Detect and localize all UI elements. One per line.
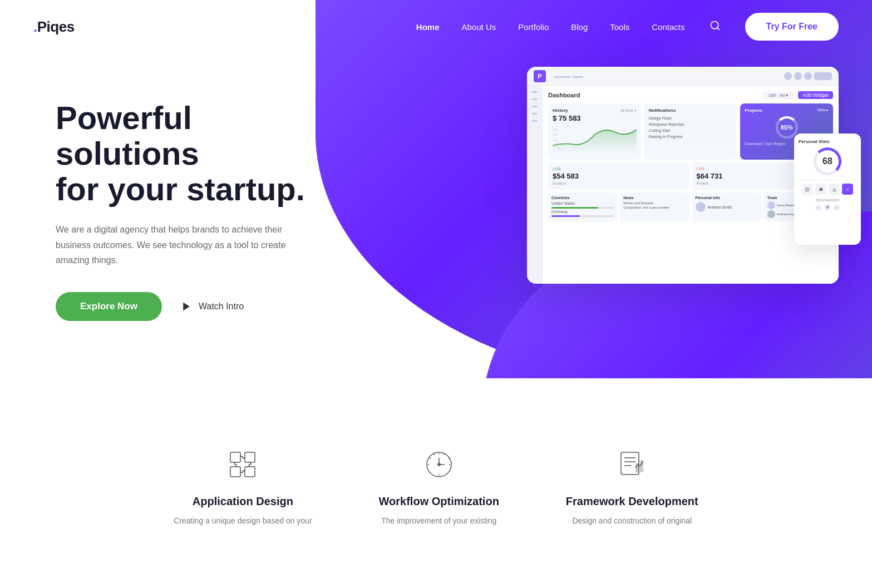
- add-widget-button[interactable]: Add Widget: [798, 91, 833, 99]
- mockup-logo: P: [534, 70, 546, 82]
- nav-blog[interactable]: Blog: [571, 22, 588, 32]
- framework-icon: [613, 445, 652, 484]
- personal-info-card: Personal Info Andrew Smith: [692, 192, 761, 221]
- features-section: Application Design Creating a unique des…: [0, 412, 872, 549]
- svg-rect-7: [230, 452, 240, 462]
- hero-description: We are a digital agency that helps brand…: [56, 222, 289, 268]
- site-header: .Piqes Home About Us Portfolio Blog Tool…: [0, 0, 872, 53]
- workflow-title: Workflow Optimization: [379, 495, 499, 508]
- feature-app-design: Application Design Creating a unique des…: [174, 445, 312, 527]
- history-chart: 90k 80k 70k 60k: [553, 123, 637, 154]
- nav-tools[interactable]: Tools: [610, 22, 629, 32]
- countries-card: Countries United States Germany: [548, 192, 617, 221]
- stats-icons: ◫ ⊞ △ ✓: [799, 184, 856, 195]
- feature-framework: Framework Development Design and constru…: [566, 445, 698, 527]
- floating-stats-card: Personal Stats 68 ◫ ⊞ △ ✓ Development ← …: [794, 134, 861, 245]
- workflow-desc: The improvement of your existing: [379, 515, 499, 527]
- dashboard-mockup: P Dashboard 100 - 90 ▾: [527, 67, 839, 284]
- svg-marker-2: [183, 302, 190, 310]
- app-design-icon: [223, 445, 262, 484]
- mockup-sidebar: [527, 86, 543, 284]
- workflow-icon: [420, 445, 459, 484]
- icon-box-1: ◫: [802, 184, 813, 195]
- app-design-desc: Creating a unique design based on your: [174, 515, 312, 527]
- nav-about[interactable]: About Us: [462, 22, 496, 32]
- stat1-card: LIVE $54 583 location: [548, 162, 689, 190]
- icon-box-4: ✓: [842, 184, 853, 195]
- svg-line-22: [444, 454, 444, 455]
- notif-1: Design Fixed: [649, 115, 733, 121]
- svg-text:90k: 90k: [553, 128, 558, 131]
- nav-home[interactable]: Home: [416, 22, 440, 32]
- hero-title: Powerful solutions for your startup.: [56, 100, 334, 206]
- notif-3: Coding Start: [649, 127, 733, 134]
- app-design-title: Application Design: [174, 495, 312, 508]
- svg-line-1: [717, 27, 719, 29]
- notifications-card: Notifications Design Fixed Wordpress Rej…: [644, 103, 737, 160]
- svg-line-20: [430, 458, 431, 458]
- svg-text:70k: 70k: [553, 139, 558, 142]
- svg-rect-8: [245, 452, 255, 462]
- explore-now-button[interactable]: Explore Now: [56, 292, 162, 321]
- play-icon: [180, 300, 193, 313]
- projects-progress: 85%: [776, 116, 798, 139]
- search-icon: [710, 20, 721, 31]
- main-nav: Home About Us Portfolio Blog Tools Conta…: [416, 13, 839, 41]
- history-card: History All time ▾ $ 75 583: [548, 103, 641, 160]
- mockup-header-bar: P: [527, 67, 839, 86]
- svg-text:80k: 80k: [553, 133, 558, 136]
- framework-desc: Design and construction of original: [566, 515, 698, 527]
- icon-box-2: ⊞: [815, 184, 826, 195]
- watch-intro-button[interactable]: Watch Intro: [180, 300, 244, 313]
- try-free-button[interactable]: Try For Free: [745, 13, 839, 41]
- svg-line-21: [449, 458, 450, 458]
- hero-section: Powerful solutions for your startup. We …: [0, 0, 872, 378]
- svg-line-19: [434, 454, 435, 455]
- svg-rect-9: [230, 467, 240, 477]
- logo-dot: .: [33, 18, 37, 35]
- logo: .Piqes: [33, 18, 75, 36]
- hero-actions: Explore Now Watch Intro: [56, 292, 334, 321]
- news-card: News Barber and Disparte. Competition: w…: [620, 192, 689, 221]
- notif-4: Raising In Progress: [649, 134, 733, 140]
- feature-workflow: Workflow Optimization The improvement of…: [379, 445, 499, 527]
- search-button[interactable]: [707, 18, 723, 36]
- svg-rect-10: [245, 467, 255, 477]
- icon-box-3: △: [829, 184, 840, 195]
- notif-2: Wordpress Rejected: [649, 121, 733, 127]
- svg-text:60k: 60k: [553, 144, 558, 147]
- nav-contacts[interactable]: Contacts: [652, 22, 684, 32]
- stats-circle: 68: [814, 147, 841, 175]
- nav-portfolio[interactable]: Portfolio: [518, 22, 549, 32]
- svg-point-18: [438, 463, 440, 466]
- bottom-cards: Countries United States Germany News Bar…: [548, 192, 833, 221]
- framework-title: Framework Development: [566, 495, 698, 508]
